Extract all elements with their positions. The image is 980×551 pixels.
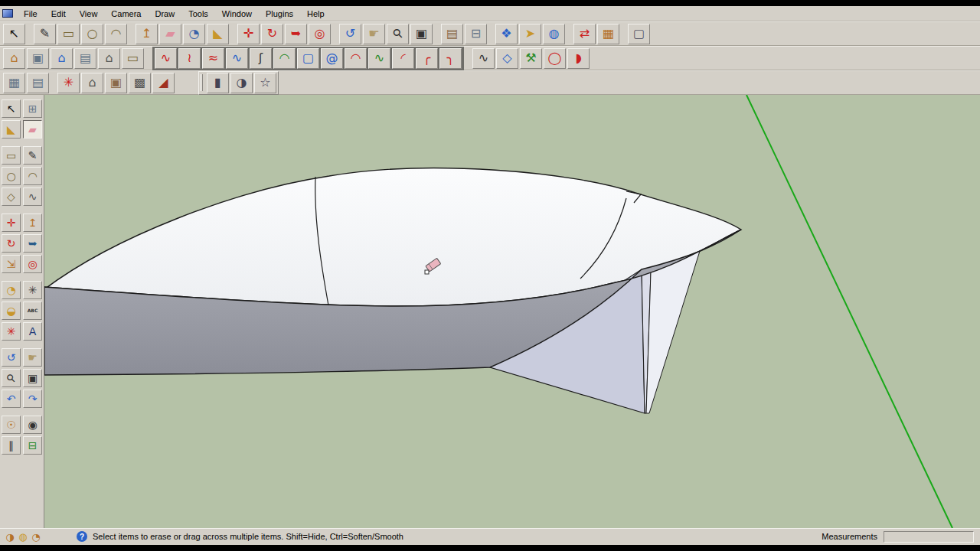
previous-view-tool[interactable]: ↶ <box>2 390 21 408</box>
curve-n[interactable]: ∿ <box>472 48 495 69</box>
rectangle-tool[interactable]: ▭ <box>2 146 21 165</box>
polygon-tool[interactable]: ◇ <box>2 187 21 206</box>
bezier-curve[interactable]: ∿ <box>155 48 177 69</box>
top-view[interactable]: ▣ <box>27 48 49 69</box>
line-tool[interactable]: ✎ <box>23 146 42 165</box>
spline[interactable]: ∿ <box>226 48 248 69</box>
smoove[interactable]: ✳ <box>57 73 80 93</box>
exchange-tool[interactable]: ⇄ <box>573 24 596 44</box>
scale-tool[interactable]: ⇲ <box>2 255 21 273</box>
rounded-rectangle[interactable]: ▢ <box>297 48 319 69</box>
rectangle-tool[interactable]: ▭ <box>57 24 80 44</box>
toolbar-drag-handle[interactable] <box>201 74 203 91</box>
arc-tool[interactable]: ◠ <box>23 167 42 185</box>
wrench-tool[interactable]: ⚒ <box>520 48 542 69</box>
follow-me-tool[interactable]: ➥ <box>285 24 307 44</box>
3d-text-tool[interactable]: A <box>23 322 42 341</box>
section-plane-tool[interactable]: ⊟ <box>465 24 487 44</box>
drape[interactable]: ▣ <box>105 73 127 93</box>
zoom-tool[interactable]: ⚲ <box>387 24 409 44</box>
curve-green[interactable]: ∿ <box>368 48 390 69</box>
tape-measure-tool[interactable]: ◔ <box>183 24 205 44</box>
eraser-tool[interactable]: ▰ <box>23 120 42 139</box>
iso-view[interactable]: ⌂ <box>3 48 25 69</box>
make-component-tool[interactable]: ⊞ <box>23 99 42 118</box>
text-tool[interactable]: ABC <box>23 302 42 320</box>
select-tool[interactable]: ↖ <box>3 24 25 44</box>
menu-item[interactable]: Draw <box>148 7 181 21</box>
menu-item[interactable]: Edit <box>44 7 73 21</box>
bezier-polyline[interactable]: ≀ <box>178 48 201 69</box>
interact-tool[interactable]: ➤ <box>519 24 541 44</box>
status-circle-1[interactable]: ◑ <box>4 530 16 543</box>
zoom-window-tool[interactable]: ▣ <box>23 369 42 387</box>
circle-tool[interactable]: ○ <box>81 24 103 44</box>
rotate-tool[interactable]: ↻ <box>2 234 21 253</box>
select-tool[interactable]: ↖ <box>2 99 21 118</box>
spiral[interactable]: @ <box>321 48 343 69</box>
position-camera-tool[interactable]: ☉ <box>2 416 21 434</box>
arc-tool[interactable]: ◠ <box>105 24 127 44</box>
protractor-tool[interactable]: ◒ <box>2 302 21 320</box>
help-icon[interactable]: ? <box>77 531 87 542</box>
corner-arc-right[interactable]: ╮ <box>439 48 462 69</box>
s-curve[interactable]: ʃ <box>250 48 272 69</box>
eraser-tool[interactable]: ▰ <box>159 24 181 44</box>
zoom-tool[interactable]: ⚲ <box>2 369 21 387</box>
offset-tool[interactable]: ◎ <box>23 255 42 273</box>
circle-tool[interactable]: ○ <box>2 167 21 185</box>
look-around-tool[interactable]: ◉ <box>23 416 42 434</box>
line-tool[interactable]: ✎ <box>34 24 56 44</box>
add-location-tool[interactable]: ◍ <box>543 24 565 44</box>
rotate-tool[interactable]: ↻ <box>261 24 283 44</box>
menu-item[interactable]: File <box>17 7 44 21</box>
from-contours[interactable]: ▦ <box>3 73 25 93</box>
plan-view[interactable]: ▭ <box>122 48 144 69</box>
pan-tool[interactable]: ☛ <box>23 348 42 367</box>
section-plane-tool[interactable]: ⊟ <box>23 436 42 455</box>
polygon-tool[interactable]: ◇ <box>496 48 518 69</box>
ellipse-tool[interactable]: ◯ <box>544 48 566 69</box>
d-shape-tool[interactable]: ◗ <box>567 48 590 69</box>
front-view[interactable]: ⌂ <box>98 48 120 69</box>
from-scratch[interactable]: ▤ <box>27 73 49 93</box>
star-shape[interactable]: ☆ <box>254 73 276 93</box>
home-view[interactable]: ⌂ <box>51 48 73 69</box>
measurements-input[interactable] <box>884 531 974 543</box>
paint-bucket-tool[interactable]: ◣ <box>2 120 21 139</box>
menu-item[interactable]: Help <box>300 7 332 21</box>
cylinder-shape[interactable]: ▮ <box>207 73 229 93</box>
pushpull-tool[interactable]: ↥ <box>136 24 158 44</box>
walk-tool[interactable]: ∥ <box>2 436 21 455</box>
get-models-tool[interactable]: ▤ <box>441 24 463 44</box>
menu-item[interactable]: Plugins <box>259 7 300 21</box>
arc-green[interactable]: ◠ <box>273 48 296 69</box>
bezier-multi[interactable]: ≈ <box>202 48 224 69</box>
section-view[interactable]: ▤ <box>74 48 96 69</box>
axes-tool[interactable]: ✳ <box>2 322 21 341</box>
follow-me-tool[interactable]: ➥ <box>23 234 42 253</box>
status-circle-2[interactable]: ◍ <box>17 530 29 543</box>
menu-item[interactable]: Tools <box>181 7 215 21</box>
dome-shape[interactable]: ◑ <box>230 73 253 93</box>
corner-arc-left[interactable]: ╭ <box>416 48 438 69</box>
orbit-tool[interactable]: ↺ <box>339 24 361 44</box>
paint-bucket-tool[interactable]: ◣ <box>207 24 229 44</box>
menu-item[interactable]: Window <box>215 7 259 21</box>
flip-edge[interactable]: ◢ <box>152 73 175 93</box>
arc-red[interactable]: ◠ <box>345 48 367 69</box>
box-tool[interactable]: ▢ <box>628 24 650 44</box>
pushpull-tool[interactable]: ↥ <box>23 214 42 232</box>
quarter-arc[interactable]: ◜ <box>392 48 414 69</box>
menu-item[interactable]: Camera <box>104 7 148 21</box>
dimension-tool[interactable]: ✳ <box>23 281 42 299</box>
next-view-tool[interactable]: ↷ <box>23 390 42 408</box>
status-circle-3[interactable]: ◔ <box>30 530 42 543</box>
add-detail[interactable]: ▩ <box>129 73 151 93</box>
viewport[interactable] <box>44 95 980 528</box>
components-tool[interactable]: ❖ <box>495 24 518 44</box>
offset-tool[interactable]: ◎ <box>309 24 331 44</box>
freehand-tool[interactable]: ∿ <box>23 187 42 206</box>
move-tool[interactable]: ✛ <box>237 24 260 44</box>
pan-tool[interactable]: ☛ <box>363 24 385 44</box>
